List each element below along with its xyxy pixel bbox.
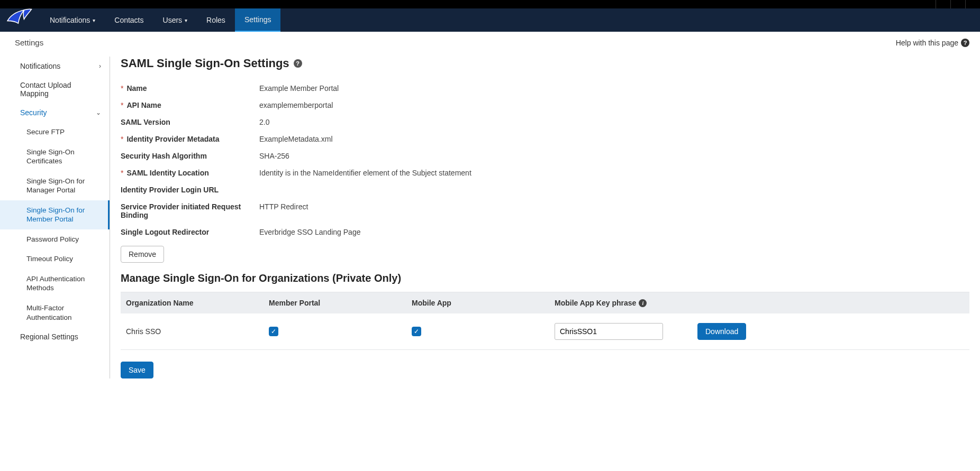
required-star: * [121, 135, 123, 143]
title-help-icon[interactable]: ? [294, 59, 302, 68]
sidebar-item-label: Notifications [20, 62, 60, 70]
field-label: SAML Version [121, 118, 259, 126]
help-icon: ? [961, 39, 969, 47]
nav-label: Users [163, 16, 183, 24]
sidebar-item-label: Single Sign-On for Manager Portal [26, 177, 101, 195]
org-table: Organization Name Member Portal Mobile A… [121, 292, 969, 350]
field-row: *SAML Identity LocationIdentity is in th… [121, 164, 969, 181]
sidebar-item-multi-factor-authentication[interactable]: Multi-Factor Authentication [0, 298, 110, 327]
nav-contacts[interactable]: Contacts [105, 8, 153, 32]
sidebar-item-password-policy[interactable]: Password Policy [0, 229, 110, 250]
field-row: Service Provider initiated Request Bindi… [121, 198, 969, 224]
required-star: * [121, 169, 123, 177]
cell-key-phrase [555, 323, 697, 340]
sidebar-item-security[interactable]: Security⌄ [0, 103, 110, 122]
field-value: 2.0 [259, 118, 269, 126]
field-label: Security Hash Algorithm [121, 152, 259, 160]
sidebar-item-label: Password Policy [26, 235, 79, 244]
nav-label: Notifications [50, 16, 90, 24]
sidebar-item-label: Single Sign-On Certificates [26, 147, 101, 166]
sidebar-item-single-sign-on-for-member-portal[interactable]: Single Sign-On for Member Portal [0, 200, 110, 229]
field-label-text: Name [126, 84, 147, 93]
nav-users[interactable]: Users▾ [153, 8, 197, 32]
field-row: *API Nameexamplememberportal [121, 97, 969, 114]
sidebar-item-label: Single Sign-On for Member Portal [26, 206, 99, 224]
field-value: Identity is in the NameIdentifier elemen… [259, 169, 471, 177]
app-logo[interactable] [3, 0, 35, 32]
help-label: Help with this page [896, 39, 958, 47]
sidebar-item-label: Secure FTP [26, 127, 65, 137]
table-header-row: Organization Name Member Portal Mobile A… [121, 292, 969, 313]
field-value: HTTP Redirect [259, 202, 308, 219]
nav-label: Settings [244, 15, 271, 24]
page-title: SAML Single Sign-On Settings ? [121, 57, 969, 70]
th-member-portal: Member Portal [269, 299, 412, 307]
field-row: Security Hash AlgorithmSHA-256 [121, 147, 969, 164]
nav-label: Roles [206, 16, 225, 24]
field-label: Service Provider initiated Request Bindi… [121, 202, 259, 219]
th-key-phrase: Mobile App Key phrase i [555, 299, 697, 307]
sidebar-item-secure-ftp[interactable]: Secure FTP [0, 122, 110, 142]
nav-roles[interactable]: Roles [197, 8, 235, 32]
sidebar-item-regional-settings[interactable]: Regional Settings [0, 327, 110, 346]
field-value: SHA-256 [259, 152, 289, 160]
chevron-down-icon: ⌄ [96, 109, 101, 116]
sidebar-item-label: Security [20, 108, 47, 117]
util-icon-3[interactable] [965, 0, 980, 8]
member-portal-checkbox[interactable]: ✓ [269, 327, 278, 336]
th-org-name: Organization Name [126, 299, 269, 307]
field-label-text: API Name [126, 101, 161, 109]
field-label: Single Logout Redirector [121, 228, 259, 236]
th-mobile-app: Mobile App [412, 299, 555, 307]
sidebar-item-label: Regional Settings [20, 333, 78, 341]
nav-notifications[interactable]: Notifications▾ [40, 8, 105, 32]
field-row: SAML Version2.0 [121, 114, 969, 131]
sidebar-item-timeout-policy[interactable]: Timeout Policy [0, 249, 110, 269]
chevron-down-icon: ▾ [93, 17, 95, 23]
field-label: *SAML Identity Location [121, 169, 259, 177]
chevron-right-icon: › [99, 62, 101, 70]
field-row: Identity Provider Login URL [121, 181, 969, 198]
manage-sso-title: Manage Single Sign-On for Organizations … [121, 272, 969, 284]
key-phrase-input[interactable] [555, 323, 663, 340]
sidebar-item-contact-upload-mapping[interactable]: Contact Upload Mapping [0, 76, 110, 103]
sidebar-item-single-sign-on-for-manager-portal[interactable]: Single Sign-On for Manager Portal [0, 171, 110, 200]
field-value: ExampleMetadata.xml [259, 135, 333, 143]
saml-fields: *NameExample Member Portal*API Nameexamp… [121, 80, 969, 241]
field-label-text: Service Provider initiated Request Bindi… [121, 202, 259, 219]
nav-settings[interactable]: Settings [235, 8, 281, 32]
remove-button[interactable]: Remove [121, 246, 164, 263]
breadcrumb: Settings [15, 38, 43, 47]
sidebar-item-api-authentication-methods[interactable]: API Authentication Methods [0, 269, 110, 298]
settings-sidebar: Notifications›Contact Upload MappingSecu… [0, 57, 110, 378]
cell-member-portal: ✓ [269, 327, 412, 336]
top-utility-bar [0, 0, 980, 8]
util-icon-1[interactable] [936, 0, 950, 8]
sidebar-item-label: API Authentication Methods [26, 274, 101, 293]
info-icon[interactable]: i [639, 299, 647, 307]
save-button[interactable]: Save [121, 362, 153, 378]
field-value: Example Member Portal [259, 84, 339, 93]
field-label: *API Name [121, 101, 259, 109]
cell-org-name: Chris SSO [126, 327, 269, 336]
field-label-text: Identity Provider Login URL [121, 186, 219, 194]
field-row: Single Logout RedirectorEverbridge SSO L… [121, 224, 969, 241]
sidebar-item-notifications[interactable]: Notifications› [0, 57, 110, 76]
nav-label: Contacts [114, 16, 143, 24]
field-value: examplememberportal [259, 101, 333, 109]
sidebar-item-label: Multi-Factor Authentication [26, 303, 101, 322]
util-icon-2[interactable] [950, 0, 965, 8]
help-with-page-link[interactable]: Help with this page ? [896, 39, 969, 47]
field-row: *Identity Provider MetadataExampleMetada… [121, 131, 969, 147]
page-title-text: SAML Single Sign-On Settings [121, 57, 289, 70]
required-star: * [121, 101, 123, 109]
cell-download: Download [697, 323, 964, 340]
table-row: Chris SSO✓✓Download [121, 313, 969, 350]
chevron-down-icon: ▾ [185, 17, 187, 23]
field-label-text: Identity Provider Metadata [126, 135, 219, 143]
field-row: *NameExample Member Portal [121, 80, 969, 97]
field-label-text: SAML Identity Location [126, 169, 208, 177]
sidebar-item-single-sign-on-certificates[interactable]: Single Sign-On Certificates [0, 142, 110, 171]
mobile-app-checkbox[interactable]: ✓ [412, 327, 421, 336]
download-button[interactable]: Download [697, 323, 746, 340]
